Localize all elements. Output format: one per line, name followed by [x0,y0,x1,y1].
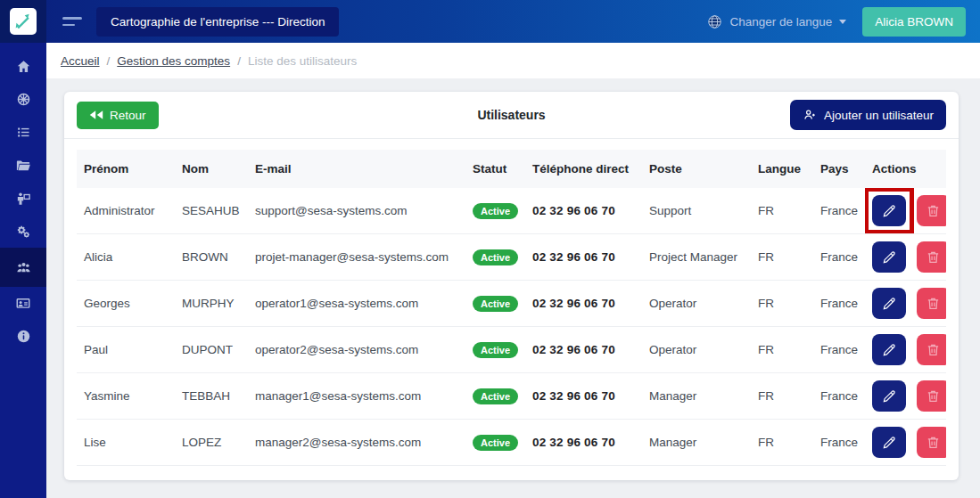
sidebar-item-documents[interactable] [0,149,46,182]
pencil-icon [881,388,897,404]
status-badge: Active [473,203,518,219]
status-badge: Active [473,296,518,312]
main-content: Retour Utilisateurs Ajouter un utilisate… [46,78,980,498]
cell-telephone: 02 32 96 06 70 [525,281,642,327]
cell-nom: LOPEZ [175,420,248,466]
status-badge: Active [473,388,518,404]
delete-user-button[interactable] [917,380,946,412]
delete-user-button[interactable] [917,241,946,273]
edit-user-button[interactable] [872,427,906,458]
pencil-icon [881,203,897,219]
card-header: Retour Utilisateurs Ajouter un utilisate… [64,92,959,139]
delete-user-button[interactable] [917,427,946,458]
edit-user-button[interactable] [872,241,906,273]
cell-nom: MURPHY [175,281,248,327]
sesahub-logo-icon [10,8,37,35]
cell-poste: Manager [642,373,751,420]
cell-actions [865,234,946,281]
col-header-statut: Statut [465,150,525,188]
back-button[interactable]: Retour [77,102,159,129]
cell-telephone: 02 32 96 06 70 [525,234,642,281]
table-row: Georges MURPHY operator1@sesa-systems.co… [77,281,946,327]
cell-poste: Operator [642,327,751,373]
trash-icon [926,296,941,311]
delete-user-button[interactable] [917,195,946,226]
table-row: Paul DUPONT operator2@sesa-systems.com A… [77,327,946,373]
cell-actions [865,420,946,466]
status-badge: Active [473,249,518,265]
delete-user-button[interactable] [917,334,946,365]
sidebar-item-training[interactable] [0,182,46,215]
menu-toggle-icon[interactable] [62,17,82,26]
cell-langue: FR [751,234,813,281]
cell-langue: FR [751,373,813,420]
cell-actions [865,188,946,234]
breadcrumb-accounts-link[interactable]: Gestion des comptes [117,54,230,68]
delete-user-button[interactable] [917,288,946,319]
app-logo[interactable] [0,0,46,43]
sidebar-nav [0,43,46,498]
cell-actions [865,281,946,327]
col-header-actions: Actions [865,150,946,188]
sidebar-item-info[interactable] [0,320,46,353]
edit-user-button[interactable] [872,380,906,412]
sidebar-item-users[interactable] [0,248,46,287]
breadcrumb: Accueil / Gestion des comptes / Liste de… [46,43,980,78]
cell-langue: FR [751,281,813,327]
breadcrumb-separator: / [107,54,111,68]
cell-email: manager1@sesa-systems.com [248,373,465,420]
cell-actions [865,327,946,373]
info-icon [16,329,31,344]
sidebar-item-settings[interactable] [0,215,46,248]
trash-icon [926,435,941,450]
presentation-icon [15,296,31,312]
col-header-poste: Poste [642,150,751,188]
cell-prenom: Alicia [77,234,175,281]
trash-icon [926,203,941,218]
cell-pays: France [813,188,865,234]
cell-telephone: 02 32 96 06 70 [525,373,642,420]
cell-pays: France [813,234,865,281]
current-user-button[interactable]: Alicia BROWN [862,7,966,37]
cell-nom: BROWN [175,234,248,281]
trash-icon [926,342,941,357]
cell-nom: DUPONT [175,327,248,373]
cell-langue: FR [751,188,813,234]
settings-gears-icon [15,224,31,240]
add-user-button[interactable]: Ajouter un utilisateur [790,100,946,130]
sidebar-item-presentation[interactable] [0,287,46,320]
language-dropdown[interactable]: Changer de langue [707,14,846,29]
cell-pays: France [813,420,865,466]
sidebar-item-dashboard[interactable] [0,83,46,116]
cell-telephone: 02 32 96 06 70 [525,188,642,234]
cell-langue: FR [751,327,813,373]
trash-icon [926,388,941,404]
cell-nom: TEBBAH [175,373,248,420]
cell-statut: Active [465,188,525,234]
top-navbar: Cartographie de l'entreprise --- Directi… [0,0,980,43]
cell-telephone: 02 32 96 06 70 [525,420,642,466]
navbar-right: Changer de langue Alicia BROWN [707,7,980,37]
edit-user-button[interactable] [872,195,906,226]
cell-prenom: Administrator [77,188,175,234]
sidebar-item-home[interactable] [0,50,46,83]
table-header-row: Prénom Nom E-mail Statut Téléphone direc… [77,150,946,188]
cell-pays: France [813,373,865,420]
training-icon [15,191,31,207]
add-user-button-label: Ajouter un utilisateur [824,109,934,122]
table-row: Lise LOPEZ manager2@sesa-systems.com Act… [77,420,946,466]
pencil-icon [881,435,897,451]
cell-pays: France [813,281,865,327]
breadcrumb-home-link[interactable]: Accueil [61,54,100,68]
edit-user-button[interactable] [872,288,906,319]
col-header-pays: Pays [813,150,865,188]
user-table-body: Administrator SESAHUB support@sesa-syste… [77,188,946,466]
sidebar-item-list[interactable] [0,116,46,149]
cell-langue: FR [751,420,813,466]
cell-statut: Active [465,420,525,466]
edit-user-button[interactable] [872,334,906,365]
col-header-langue: Langue [751,150,813,188]
users-table: Prénom Nom E-mail Statut Téléphone direc… [77,150,946,466]
table-row: Administrator SESAHUB support@sesa-syste… [77,188,946,234]
language-label: Changer de langue [729,15,832,29]
